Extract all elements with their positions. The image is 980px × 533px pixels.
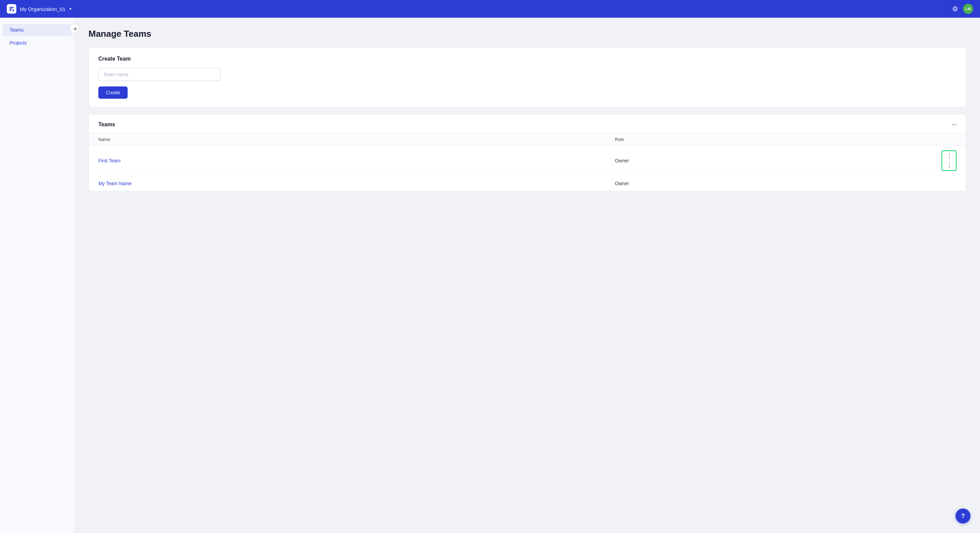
- create-button[interactable]: Create: [98, 86, 127, 99]
- team-name-link[interactable]: First Team: [98, 158, 121, 163]
- team-actions-cell: ⋮ ⋮: [932, 146, 966, 176]
- teams-section-title: Teams: [98, 121, 115, 127]
- sidebar-item-projects[interactable]: Projects: [3, 37, 72, 49]
- more-btn-wrapper: ⋮ ⋮: [942, 150, 956, 171]
- teams-table-card: Teams ⤢ Name Role First Team: [89, 114, 966, 191]
- chevron-down-icon[interactable]: ▾: [69, 6, 72, 11]
- main-content: Manage Teams Create Team Create Teams ⤢ …: [75, 18, 980, 533]
- actions-highlight: ⋮ ⋮: [942, 150, 956, 171]
- create-team-title: Create Team: [98, 56, 956, 62]
- avatar[interactable]: LN: [963, 4, 973, 14]
- col-role: Role: [605, 134, 932, 146]
- expand-icon[interactable]: ⤢: [950, 121, 958, 128]
- team-more-button-1[interactable]: ⋮: [943, 152, 955, 161]
- table-row: My Team Name Owner: [89, 176, 966, 191]
- teams-card-header: Teams ⤢: [89, 115, 966, 133]
- team-name-cell: My Team Name: [89, 176, 605, 191]
- team-role-cell: Owner: [605, 176, 932, 191]
- col-actions: [932, 134, 966, 146]
- sidebar: ◀ Teams Projects: [0, 18, 75, 533]
- help-icon: ?: [961, 512, 965, 520]
- org-name[interactable]: My Organization_01: [20, 6, 65, 12]
- sidebar-item-teams[interactable]: Teams: [3, 24, 72, 36]
- table-row: First Team Owner ⋮ ⋮: [89, 146, 966, 176]
- page-title: Manage Teams: [89, 29, 966, 39]
- topnav-right: ⚙ LN: [952, 4, 973, 14]
- col-name: Name: [89, 134, 605, 146]
- help-button[interactable]: ?: [956, 509, 970, 523]
- create-team-form: Create: [98, 68, 956, 99]
- topnav: My Organization_01 ▾ ⚙ LN: [0, 0, 980, 18]
- team-name-link[interactable]: My Team Name: [98, 181, 132, 186]
- team-more-button-2[interactable]: ⋮: [943, 161, 955, 170]
- team-actions-cell: [932, 176, 966, 191]
- gear-icon[interactable]: ⚙: [952, 5, 958, 13]
- team-name-input[interactable]: [98, 68, 221, 81]
- create-team-card: Create Team Create: [89, 47, 966, 107]
- app-logo[interactable]: [7, 4, 16, 14]
- table-header-row: Name Role: [89, 134, 966, 146]
- layout: ◀ Teams Projects Manage Teams Create Tea…: [0, 18, 980, 533]
- topnav-left: My Organization_01 ▾: [7, 4, 72, 14]
- team-name-cell: First Team: [89, 146, 605, 176]
- teams-table: Name Role First Team Owner: [89, 133, 966, 191]
- sidebar-collapse-button[interactable]: ◀: [70, 24, 79, 33]
- team-role-cell: Owner: [605, 146, 932, 176]
